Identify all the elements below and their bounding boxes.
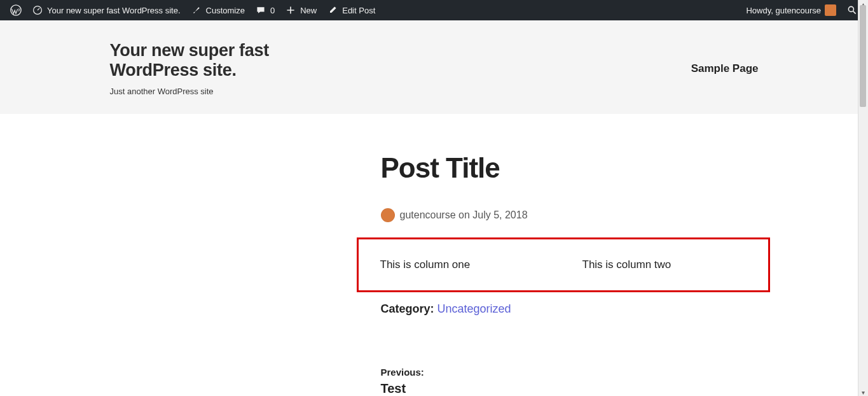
site-title[interactable]: Your new super fast WordPress site.: [110, 41, 339, 80]
post-category: Category: Uncategorized: [381, 302, 788, 316]
new-label: New: [300, 6, 317, 15]
dashboard-icon: [32, 4, 43, 16]
meta-on: on: [458, 209, 470, 220]
site-branding: Your new super fast WordPress site. Just…: [110, 41, 339, 96]
post-meta: gutencourse on July 5, 2018: [381, 208, 788, 222]
site-name-menu[interactable]: Your new super fast WordPress site.: [27, 0, 186, 20]
column-one: This is column one: [380, 258, 544, 271]
comments-count: 0: [270, 6, 275, 15]
avatar-icon: [825, 4, 836, 16]
comments-link[interactable]: 0: [250, 0, 280, 20]
pencil-icon: [327, 4, 338, 16]
edit-post-label: Edit Post: [342, 6, 375, 15]
prev-post-link[interactable]: Test: [381, 381, 788, 396]
column-two: This is column two: [544, 258, 747, 271]
wp-admin-bar: Your new super fast WordPress site. Cust…: [0, 0, 868, 20]
author-avatar-icon: [381, 208, 395, 222]
admin-site-name: Your new super fast WordPress site.: [47, 6, 181, 15]
my-account-link[interactable]: Howdy, gutencourse: [741, 0, 841, 20]
wp-logo-menu[interactable]: [5, 0, 27, 20]
brush-icon: [191, 4, 202, 16]
edit-post-link[interactable]: Edit Post: [322, 0, 380, 20]
post-navigation: Previous: Test: [381, 367, 788, 396]
category-link[interactable]: Uncategorized: [437, 302, 511, 315]
plus-icon: [285, 4, 296, 16]
site-tagline: Just another WordPress site: [110, 87, 339, 96]
admin-bar-right: Howdy, gutencourse: [741, 0, 863, 20]
post-date[interactable]: July 5, 2018: [472, 209, 527, 220]
site-header: Your new super fast WordPress site. Just…: [27, 20, 841, 114]
vertical-scrollbar[interactable]: ▴ ▾: [858, 0, 868, 396]
columns-block: This is column one This is column two: [357, 237, 770, 292]
wordpress-logo-icon: [10, 4, 22, 16]
customize-link[interactable]: Customize: [186, 0, 250, 20]
scroll-down-arrow-icon[interactable]: ▾: [859, 388, 867, 396]
search-icon: [846, 4, 858, 16]
post: Post Title gutencourse on July 5, 2018 T…: [193, 152, 676, 396]
primary-nav: Sample Page: [691, 62, 759, 75]
nav-sample-page[interactable]: Sample Page: [691, 62, 759, 74]
scroll-thumb[interactable]: [860, 5, 866, 107]
site-header-region: Your new super fast WordPress site. Just…: [0, 20, 868, 114]
category-label: Category:: [381, 302, 434, 315]
svg-point-2: [848, 6, 853, 11]
post-author[interactable]: gutencourse: [400, 209, 456, 220]
content-area: Post Title gutencourse on July 5, 2018 T…: [0, 114, 868, 396]
comment-icon: [255, 4, 266, 16]
new-content-link[interactable]: New: [280, 0, 322, 20]
howdy-text: Howdy, gutencourse: [746, 6, 821, 15]
prev-label: Previous:: [381, 367, 788, 378]
customize-label: Customize: [206, 6, 245, 15]
post-title: Post Title: [381, 152, 788, 184]
admin-bar-left: Your new super fast WordPress site. Cust…: [5, 0, 380, 20]
